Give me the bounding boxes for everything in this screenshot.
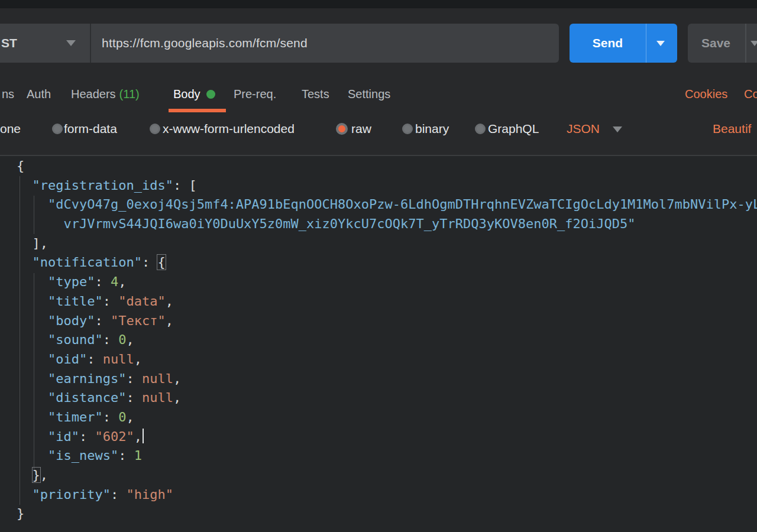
code-token: null [103,352,134,366]
format-select[interactable]: JSON [567,112,600,145]
radio-label-graphql[interactable]: GraphQL [488,112,539,145]
save-button-label[interactable]: Save [688,24,744,63]
headers-count-badge: (11) [119,87,140,100]
cookies-link[interactable]: Cookies [685,77,727,112]
code-line[interactable]: "sound": 0, [17,330,757,350]
tab-tests[interactable]: Tests [302,77,329,112]
code-token [17,178,33,193]
raw-body-editor[interactable]: { "registration_ids": [ "dCvyO47g_0exoj4… [0,156,757,532]
code-token: "title" [48,294,103,309]
code-line[interactable]: "oid": null, [17,350,757,369]
chevron-down-icon[interactable] [66,40,76,46]
code-line[interactable]: "dCvyO47g_0exoj4Qsj5mf4:APA91bEqnOOCH8Ox… [17,195,757,215]
tab-headers[interactable]: Headers(11) [71,77,140,112]
code-token [17,448,48,463]
radio-label-binary[interactable]: binary [415,112,449,145]
code-line[interactable]: }, [17,466,757,485]
code-line[interactable]: "distance": null, [17,388,757,408]
method-url-divider [90,24,91,63]
radio-x-www-form-urlencoded[interactable] [150,124,160,134]
code-line[interactable]: "id": "602", [17,427,757,447]
code-token: "id" [48,429,79,444]
code-token: : [95,313,111,328]
code-token: "sound" [48,332,103,347]
code-line[interactable]: "notification": { [17,253,757,273]
radio-graphql[interactable] [475,124,486,134]
bracket-match: { [157,255,165,270]
beautify-link[interactable]: Beautif [713,112,751,145]
code-line[interactable]: "body": "Текст", [17,312,757,331]
code-token [17,294,48,309]
code-token: : [87,352,103,366]
code-token [17,487,33,502]
code-line[interactable]: "title": "data", [17,292,757,312]
code-token: , [166,294,173,309]
code-token: , [173,390,181,405]
code-line[interactable]: "type": 4, [17,273,757,292]
code-content[interactable]: { "registration_ids": [ "dCvyO47g_0exoj4… [17,157,757,524]
code-token: "is_news" [48,448,118,463]
code-token [17,390,48,405]
code-token: , [126,332,134,347]
code-token: : [126,390,142,405]
send-button[interactable]: Send [570,24,677,63]
code-token: , [40,468,48,482]
code-token: : [ [173,178,197,193]
radio-raw[interactable] [336,123,348,135]
tab-body[interactable]: Body [173,77,215,112]
code-token: "data" [118,294,165,309]
code-token: 1 [134,448,142,463]
radio-label-x-www-form-urlencoded[interactable]: x-www-form-urlencoded [163,112,295,145]
code-line[interactable]: } [17,504,757,524]
radio-binary[interactable] [402,124,413,134]
code-line[interactable]: "priority": "high" [17,485,757,505]
tab-params[interactable]: ns [2,77,14,112]
save-button[interactable]: Save [688,24,757,63]
code-token: } [17,506,24,521]
code-token [17,216,63,231]
code-token: "oid" [48,352,87,366]
code-line[interactable]: "earnings": null, [17,369,757,389]
body-type-row: oneform-datax-www-form-urlencodedrawbina… [0,112,757,155]
code-token [17,197,48,212]
code-token: , [166,313,173,328]
send-dropdown-caret-icon[interactable] [656,41,665,46]
code-token: , [118,274,126,289]
save-dropdown-caret-icon[interactable] [750,41,757,46]
code-token: "timer" [48,410,103,424]
url-input[interactable]: https://fcm.googleapis.com/fcm/send [102,24,308,63]
code-token: "Текст" [111,313,166,328]
format-caret-icon[interactable] [613,126,622,132]
code-token: "priority" [33,487,111,502]
radio-label-none[interactable]: one [0,112,21,145]
code-token: "notification" [33,255,142,270]
tab-pre-request[interactable]: Pre-req. [234,77,276,112]
code-link[interactable]: Co [744,77,757,112]
code-token: "dCvyO47g_0exoj4Qsj5mf4:APA91bEqnOOCH8Ox… [48,197,757,212]
code-line[interactable]: "registration_ids": [ [17,176,757,196]
code-token: "earnings" [48,371,126,386]
bracket-match: } [33,468,40,482]
code-line[interactable]: ], [17,234,757,254]
code-token: "registration_ids" [33,178,173,193]
save-split-divider [745,24,746,63]
tab-auth[interactable]: Auth [27,77,51,112]
code-token: : [103,410,119,424]
code-token [17,352,48,366]
code-token: : [126,371,142,386]
radio-label-raw[interactable]: raw [351,112,371,145]
code-line[interactable]: vrJVrmvS44JQI6wa0iY0DuUxY5z0mW_xiz0YkcU7… [17,215,757,234]
code-line[interactable]: "timer": 0, [17,408,757,427]
method-select-label[interactable]: ST [1,24,17,63]
tab-settings[interactable]: Settings [348,77,390,112]
radio-label-form-data[interactable]: form-data [64,112,117,145]
text-cursor [143,429,144,443]
request-tabs: nsAuthHeaders(11)BodyPre-req.TestsSettin… [0,77,757,112]
code-line[interactable]: "is_news": 1 [17,446,757,466]
code-token: , [134,352,142,366]
code-token: : [142,255,158,270]
send-button-label[interactable]: Send [570,24,646,63]
radio-form-data[interactable] [52,124,63,134]
code-line[interactable]: { [17,157,757,176]
code-token: null [142,371,173,386]
